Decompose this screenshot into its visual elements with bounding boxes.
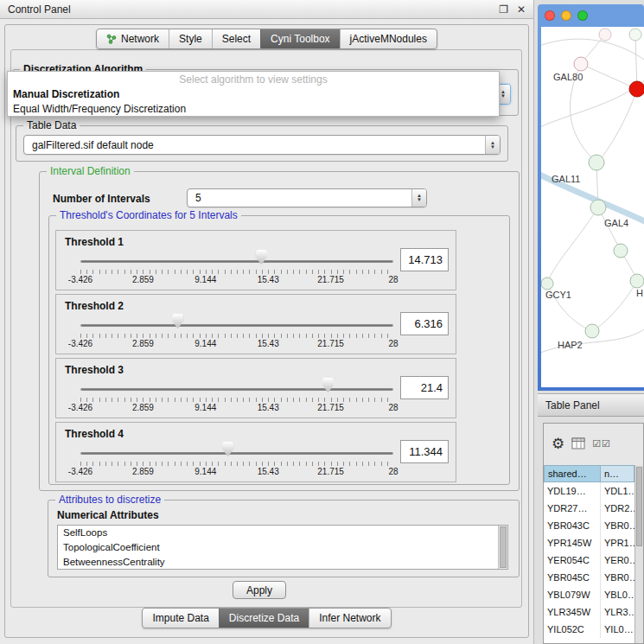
table-cell[interactable]: YBL079W bbox=[544, 586, 601, 603]
network-node-gal11[interactable] bbox=[589, 155, 604, 170]
network-node[interactable] bbox=[599, 29, 611, 41]
popup-item-manual-discretization[interactable]: Manual Discretization bbox=[8, 87, 499, 102]
threshold-1-value[interactable]: 14.713 bbox=[400, 248, 449, 271]
tab-infer-network[interactable]: Infer Network bbox=[309, 609, 390, 628]
table-scrollbar-thumb[interactable] bbox=[636, 467, 642, 546]
network-node[interactable] bbox=[614, 244, 628, 258]
list-scrollbar-thumb[interactable] bbox=[500, 526, 507, 568]
table-row[interactable]: YDR27…YDR2… bbox=[544, 500, 634, 517]
table-cell[interactable]: YER0… bbox=[601, 552, 634, 569]
control-panel-window: Control Panel ❐ ✕ Network Style Select bbox=[0, 0, 534, 644]
threshold-4-slider[interactable] bbox=[80, 442, 393, 459]
table-cell[interactable]: YBR045C bbox=[544, 569, 601, 586]
numerical-attributes-list[interactable]: SelfLoopsTopologicalCoefficientBetweenne… bbox=[57, 525, 508, 570]
popup-placeholder-item[interactable]: Select algorithm to view settings bbox=[8, 73, 499, 87]
table-row[interactable]: YER054CYER0… bbox=[544, 552, 634, 569]
table-row[interactable]: YBL079WYBL0… bbox=[544, 586, 634, 603]
scale-tick-label: 28 bbox=[388, 339, 398, 348]
threshold-1-slider[interactable] bbox=[80, 250, 393, 267]
combo-stepper-icon[interactable]: ▲▼ bbox=[485, 136, 500, 154]
tab-style[interactable]: Style bbox=[169, 29, 212, 48]
select-columns-checkbox-icon[interactable]: ☑☑ bbox=[592, 439, 611, 449]
table-data-combo[interactable]: galFiltered.sif default node ▲▼ bbox=[23, 135, 501, 155]
apply-button[interactable]: Apply bbox=[233, 581, 286, 599]
attribute-item[interactable]: TopologicalCoefficient bbox=[58, 540, 507, 555]
tab-discretize-data[interactable]: Discretize Data bbox=[219, 609, 309, 628]
list-scrollbar[interactable] bbox=[498, 526, 507, 569]
slider-track[interactable] bbox=[80, 324, 393, 327]
table-row[interactable]: YLR345WYLR3… bbox=[544, 603, 634, 621]
network-node-gal4[interactable] bbox=[590, 200, 606, 215]
network-edge bbox=[541, 39, 644, 63]
table-cell[interactable]: YIL052C bbox=[544, 621, 601, 638]
popup-item-equal-width-frequency[interactable]: Equal Width/Frequency Discretization bbox=[8, 102, 499, 117]
tab-network[interactable]: Network bbox=[97, 29, 169, 48]
scale-tick-label: 21.715 bbox=[317, 275, 344, 284]
slider-track[interactable] bbox=[80, 452, 393, 455]
table-cell[interactable]: YPR1… bbox=[601, 534, 634, 552]
attribute-item[interactable]: SelfLoops bbox=[58, 526, 507, 540]
slider-track[interactable] bbox=[80, 388, 393, 391]
scale-tick-label: 9.144 bbox=[194, 467, 216, 476]
network-node-gal80[interactable] bbox=[574, 57, 588, 71]
group-title: Interval Definition bbox=[47, 165, 134, 177]
column-header-name[interactable]: n… bbox=[601, 465, 634, 482]
selected-network-node[interactable] bbox=[629, 81, 644, 97]
table-cell[interactable]: YDL19… bbox=[544, 482, 601, 500]
threshold-2-value[interactable]: 6.316 bbox=[400, 312, 449, 335]
table-data-group: Table Data galFiltered.sif default node … bbox=[16, 125, 508, 162]
attribute-item[interactable]: BetweennessCentrality bbox=[58, 555, 507, 570]
control-panel-titlebar[interactable]: Control Panel ❐ ✕ bbox=[0, 0, 533, 19]
table-row[interactable]: YBR045CYBR0… bbox=[544, 569, 634, 586]
table-cell[interactable]: YLR345W bbox=[544, 603, 601, 621]
table-cell[interactable]: YIL0… bbox=[601, 621, 634, 638]
float-window-icon[interactable]: ❐ bbox=[499, 3, 508, 16]
threshold-2-slider[interactable] bbox=[80, 314, 393, 331]
table-cell[interactable]: YBR043C bbox=[544, 517, 601, 534]
table-panel-header[interactable]: Table Panel bbox=[538, 393, 644, 417]
table-row[interactable]: YPR145WYPR1… bbox=[544, 534, 634, 552]
table-cell[interactable]: YBR0… bbox=[601, 569, 634, 586]
table-cell[interactable]: YBL0… bbox=[601, 586, 634, 603]
network-node-gcy1[interactable] bbox=[541, 277, 553, 290]
table-cell[interactable]: YDR27… bbox=[544, 500, 601, 517]
tab-cyni-toolbox[interactable]: Cyni Toolbox bbox=[260, 29, 339, 48]
table-cell[interactable]: YLR3… bbox=[601, 603, 634, 621]
table-row[interactable]: YBR043CYBR0… bbox=[544, 517, 634, 534]
network-node-hap2[interactable] bbox=[585, 324, 599, 338]
threshold-3-slider[interactable] bbox=[80, 378, 393, 395]
combo-stepper-icon[interactable]: ▲▼ bbox=[411, 189, 426, 207]
scale-tick-label: -3.426 bbox=[68, 467, 92, 476]
tab-jactivemnodules[interactable]: jActiveMNodules bbox=[340, 29, 437, 48]
close-button[interactable] bbox=[545, 10, 555, 21]
table-cell[interactable]: YDL1… bbox=[601, 482, 634, 500]
slider-track[interactable] bbox=[80, 260, 393, 263]
slider-scale-labels: -3.4262.8599.14415.4321.71528 bbox=[80, 403, 393, 413]
network-canvas[interactable]: GAL80 GAL11 GAL4 GCY1 HAP2 H bbox=[541, 27, 644, 387]
network-node[interactable] bbox=[629, 29, 641, 41]
zoom-button[interactable] bbox=[577, 10, 588, 21]
scale-tick-label: 28 bbox=[388, 275, 398, 284]
arrow-down-icon: ▼ bbox=[490, 145, 495, 150]
threshold-3-value[interactable]: 21.4 bbox=[400, 376, 449, 399]
scale-tick-label: 2.859 bbox=[132, 403, 154, 412]
table-row[interactable]: YDL19…YDL1… bbox=[544, 482, 634, 500]
table-cell[interactable]: YPR145W bbox=[544, 534, 601, 552]
number-of-intervals-combo[interactable]: 5 ▲▼ bbox=[187, 188, 427, 207]
threshold-label: Threshold 4 bbox=[65, 428, 124, 440]
gear-icon[interactable]: ⚙ bbox=[552, 437, 564, 451]
tab-select[interactable]: Select bbox=[212, 29, 260, 48]
table-cell[interactable]: YDR2… bbox=[601, 500, 634, 517]
scale-tick-label: 21.715 bbox=[317, 403, 344, 412]
minimize-button[interactable] bbox=[561, 10, 571, 21]
network-node[interactable] bbox=[630, 274, 644, 288]
tab-impute-data[interactable]: Impute Data bbox=[143, 609, 218, 628]
table-cell[interactable]: YBR0… bbox=[601, 517, 634, 534]
table-row[interactable]: YIL052CYIL0… bbox=[544, 621, 634, 638]
column-header-shared-name[interactable]: shared… bbox=[544, 465, 601, 482]
table-scrollbar[interactable] bbox=[634, 465, 643, 643]
threshold-4-value[interactable]: 11.344 bbox=[400, 440, 449, 463]
show-columns-icon[interactable] bbox=[571, 437, 585, 450]
close-icon[interactable]: ✕ bbox=[517, 3, 526, 16]
table-cell[interactable]: YER054C bbox=[544, 552, 601, 569]
